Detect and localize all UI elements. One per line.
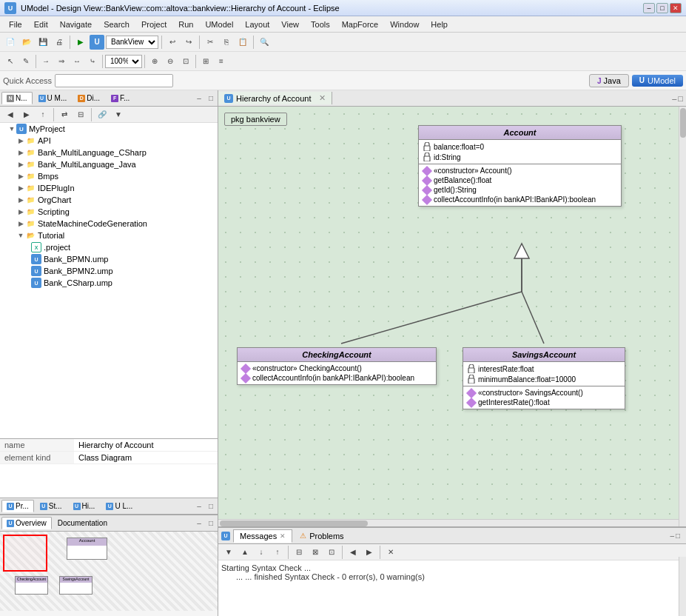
close-button[interactable]: ✕ (670, 3, 682, 13)
tab-diagram[interactable]: D Di... (73, 92, 105, 104)
documentation-tab[interactable]: Documentation (53, 517, 112, 529)
tree-item-tutorial[interactable]: ▼ 📂 Tutorial (0, 230, 218, 241)
umodel-perspective-tab[interactable]: U UModel (632, 75, 683, 87)
minimize-panel-btn[interactable]: – (194, 93, 204, 104)
diagram-canvas[interactable]: pkg bankview Account (218, 107, 686, 526)
maximize-panel-btn[interactable]: □ (206, 93, 216, 104)
msg-clear-btn[interactable]: ✕ (383, 545, 398, 560)
diagram-max-btn[interactable]: □ (678, 94, 683, 103)
msg-btn-7[interactable]: ⊡ (324, 545, 339, 560)
msg-btn-2[interactable]: ▲ (238, 545, 252, 560)
tb-fit[interactable]: ⊡ (178, 54, 193, 69)
msg-btn-9[interactable]: ▶ (362, 545, 377, 560)
messages-close[interactable]: ✕ (280, 532, 286, 540)
menu-umodel[interactable]: UModel (199, 19, 239, 30)
menu-window[interactable]: Window (384, 19, 425, 30)
tree-item-scripting[interactable]: ▶ 📁 Scripting (0, 206, 218, 218)
messages-tab[interactable]: Messages ✕ (233, 529, 292, 543)
tree-item-api[interactable]: ▶ 📁 API (0, 135, 218, 147)
menu-tools[interactable]: Tools (305, 19, 336, 30)
paste-button[interactable]: 📋 (235, 35, 250, 50)
tab-favorites[interactable]: F F... (106, 92, 135, 104)
msg-btn-1[interactable]: ▼ (221, 545, 236, 560)
tree-item-csharp-ump[interactable]: U Bank_CSharp.ump (0, 277, 218, 289)
diagram-min-btn[interactable]: – (672, 94, 676, 103)
tree-item-orgchart[interactable]: ▶ 📁 OrgChart (0, 194, 218, 206)
msg-btn-6[interactable]: ⊠ (308, 545, 323, 560)
tree-forward-btn[interactable]: ▶ (19, 107, 34, 122)
menu-run[interactable]: Run (172, 19, 199, 30)
tree-item-bpmn[interactable]: U Bank_BPMN.ump (0, 253, 218, 265)
print-button[interactable]: 🖨 (52, 35, 67, 50)
msg-btn-8[interactable]: ◀ (346, 545, 360, 560)
menu-help[interactable]: Help (425, 19, 454, 30)
umodel-btn[interactable]: U (90, 35, 104, 50)
tb-pointer[interactable]: ✎ (19, 54, 33, 69)
minimize-button[interactable]: – (643, 3, 655, 13)
msg-vscroll[interactable] (679, 557, 686, 616)
menu-search[interactable]: Search (98, 19, 135, 30)
tree-up-btn[interactable]: ↑ (36, 107, 50, 122)
tab-hi[interactable]: U Hi... (68, 500, 101, 512)
cut-button[interactable]: ✂ (203, 35, 218, 50)
diagram-vscroll-thumb[interactable] (680, 108, 686, 138)
tree-back-btn[interactable]: ◀ (3, 107, 18, 122)
savings-account-class[interactable]: SavingsAccount interestRate:float (463, 347, 625, 409)
tb-grid[interactable]: ⊞ (198, 54, 213, 69)
tab-model[interactable]: U U M... (33, 92, 73, 104)
diagram-hscroll[interactable] (218, 519, 679, 526)
new-button[interactable]: 📄 (3, 35, 18, 50)
tree-item-multilang-csharp[interactable]: ▶ 📁 Bank_MultiLanguage_CSharp (0, 147, 218, 158)
menu-file[interactable]: File (3, 19, 28, 30)
msg-btn-5[interactable]: ⊟ (292, 545, 306, 560)
tree-item-bmps[interactable]: ▶ 📁 Bmps (0, 170, 218, 182)
view-combo[interactable]: BankView (106, 36, 158, 49)
tb-arrow3[interactable]: ↔ (70, 54, 84, 69)
menu-mapforce[interactable]: MapForce (336, 19, 385, 30)
tb-align[interactable]: ≡ (214, 54, 229, 69)
tree-filter-btn[interactable]: ▼ (111, 107, 126, 122)
menu-view[interactable]: View (275, 19, 305, 30)
msg-max-btn[interactable]: □ (676, 532, 680, 540)
menu-layout[interactable]: Layout (239, 19, 275, 30)
checking-account-class[interactable]: CheckingAccount «constructor» CheckingAc… (237, 347, 437, 385)
tree-collapse-btn[interactable]: ⊟ (73, 107, 88, 122)
java-perspective-tab[interactable]: J Java (589, 74, 629, 87)
diagram-hscroll-thumb[interactable] (220, 520, 368, 526)
search-button[interactable]: 🔍 (257, 35, 272, 50)
tab-st[interactable]: U St... (35, 500, 67, 512)
hierarchy-diagram-tab[interactable]: U Hierarchy of Account ✕ (218, 92, 332, 104)
tree-item-statemachine[interactable]: ▶ 📁 StateMachineCodeGeneration (0, 218, 218, 230)
save-button[interactable]: 💾 (36, 35, 50, 50)
quick-access-input[interactable] (55, 74, 173, 87)
tree-link-btn[interactable]: 🔗 (95, 107, 110, 122)
tab-ul[interactable]: U U L... (101, 500, 138, 512)
problems-tab[interactable]: ⚠ Problems (294, 530, 349, 542)
maximize-button[interactable]: □ (656, 3, 668, 13)
msg-min-btn[interactable]: – (670, 532, 674, 540)
tree-item-ideplugin[interactable]: ▶ 📁 IDEPlugIn (0, 182, 218, 194)
zoom-combo[interactable]: 100% (105, 55, 142, 68)
redo-button[interactable]: ↪ (181, 35, 196, 50)
tb-select[interactable]: ↖ (3, 54, 18, 69)
tb-zoomout[interactable]: ⊖ (163, 54, 178, 69)
min-bottom-btn[interactable]: – (194, 501, 204, 512)
tb-zoomin[interactable]: ⊕ (147, 54, 162, 69)
tab-navigator[interactable]: N N... (1, 92, 33, 104)
copy-button[interactable]: ⎘ (219, 35, 234, 50)
msg-btn-3[interactable]: ↓ (254, 545, 269, 560)
tb-connect[interactable]: ⤷ (85, 54, 100, 69)
max-bottom-btn[interactable]: □ (206, 501, 216, 512)
tree-item-project[interactable]: X .project (0, 241, 218, 253)
account-class[interactable]: Account balance:float=0 id:S (418, 125, 622, 207)
ov-min-btn[interactable]: – (194, 518, 204, 529)
diagram-vscroll[interactable] (679, 107, 686, 526)
tree-sync-btn[interactable]: ⇄ (57, 107, 72, 122)
tree-item-bpmn2[interactable]: U Bank_BPMN2.ump (0, 265, 218, 277)
tb-arrow2[interactable]: ⇒ (54, 54, 69, 69)
run-button[interactable]: ▶ (73, 35, 88, 50)
tb-arrow1[interactable]: → (38, 54, 53, 69)
tree-root[interactable]: ▼ U MyProject (0, 123, 218, 135)
msg-btn-4[interactable]: ↑ (270, 545, 285, 560)
tree-item-multilang-java[interactable]: ▶ 📁 Bank_MultiLanguage_Java (0, 158, 218, 170)
